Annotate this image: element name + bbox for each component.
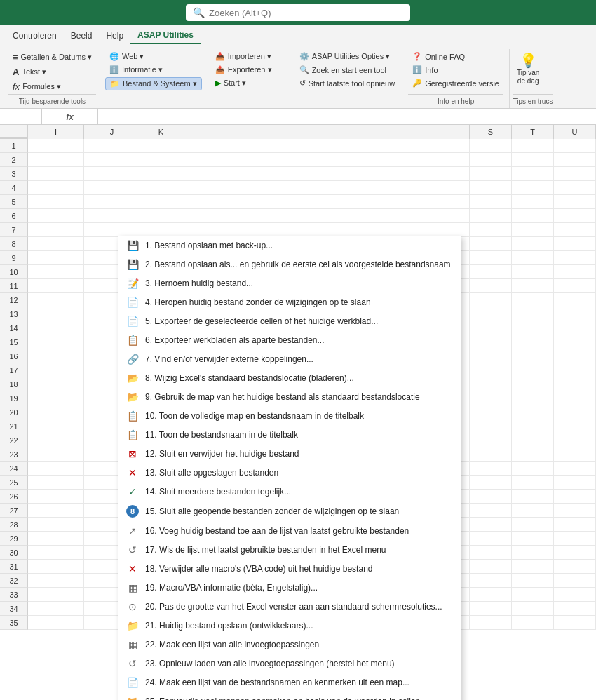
list-item[interactable]: 📂 8. Wijzig Excel's standaard bestandslo… — [118, 369, 461, 388]
cell-u25[interactable] — [554, 476, 596, 490]
cell-s16[interactable] — [470, 349, 512, 363]
cell-t1[interactable] — [512, 139, 554, 153]
cell-s31[interactable] — [470, 560, 512, 574]
start-opnieuw-btn[interactable]: ↺ Start laatste tool opnieuw — [295, 77, 400, 89]
cell-t6[interactable] — [512, 209, 554, 223]
cell-s33[interactable] — [470, 588, 512, 602]
cell-i6[interactable] — [28, 209, 84, 223]
cell-s7[interactable] — [470, 223, 512, 237]
exporteren-btn[interactable]: 📤 Exporteren ▾ — [211, 64, 276, 76]
cell-u8[interactable] — [554, 237, 596, 251]
cell-s5[interactable] — [470, 195, 512, 209]
cell-u31[interactable] — [554, 560, 596, 574]
cell-t27[interactable] — [512, 504, 554, 518]
cell-t31[interactable] — [512, 560, 554, 574]
cell-mid6[interactable] — [182, 209, 470, 223]
cell-k2[interactable] — [140, 153, 182, 167]
cell-i8[interactable] — [28, 237, 84, 251]
cell-i27[interactable] — [28, 504, 84, 518]
cell-t24[interactable] — [512, 462, 554, 476]
cell-i20[interactable] — [28, 405, 84, 419]
cell-t15[interactable] — [512, 335, 554, 349]
menu-controleren[interactable]: Controleren — [6, 28, 64, 43]
cell-u5[interactable] — [554, 195, 596, 209]
cell-s20[interactable] — [470, 405, 512, 419]
cell-s12[interactable] — [470, 293, 512, 307]
list-item[interactable]: ✓ 14. Sluit meerdere bestanden tegelijk.… — [118, 483, 461, 502]
cell-t5[interactable] — [512, 195, 554, 209]
list-item[interactable]: ✕ 13. Sluit alle opgeslagen bestanden — [118, 464, 461, 483]
cell-u4[interactable] — [554, 181, 596, 195]
cell-j1[interactable] — [84, 139, 140, 153]
cell-u24[interactable] — [554, 462, 596, 476]
cell-s32[interactable] — [470, 574, 512, 588]
list-item[interactable]: 📂 9. Gebruik de map van het huidige best… — [118, 388, 461, 407]
menu-asap[interactable]: ASAP Utilities — [130, 27, 201, 44]
cell-u18[interactable] — [554, 377, 596, 391]
list-item[interactable]: 📄 5. Exporteer de geselecteerde cellen o… — [118, 312, 461, 331]
cell-j5[interactable] — [84, 195, 140, 209]
start-btn[interactable]: ▶ Start ▾ — [211, 77, 276, 89]
cell-s2[interactable] — [470, 153, 512, 167]
cell-u17[interactable] — [554, 363, 596, 377]
cell-i21[interactable] — [28, 419, 84, 433]
cell-u2[interactable] — [554, 153, 596, 167]
cell-k3[interactable] — [140, 167, 182, 181]
cell-t7[interactable] — [512, 223, 554, 237]
search-input[interactable] — [209, 8, 403, 18]
informatie-btn[interactable]: ℹ️ Informatie ▾ — [105, 64, 202, 76]
menu-beeld[interactable]: Beeld — [64, 28, 100, 43]
list-item[interactable]: ⊙ 20. Pas de grootte van het Excel venst… — [118, 598, 461, 617]
list-item[interactable]: ▦ 19. Macro/VBA informatie (bèta, Engels… — [118, 579, 461, 598]
cell-s28[interactable] — [470, 518, 512, 532]
cell-u19[interactable] — [554, 391, 596, 405]
cell-j4[interactable] — [84, 181, 140, 195]
asap-opties-btn[interactable]: ⚙️ ASAP Utilities Opties ▾ — [295, 51, 400, 62]
tekst-btn[interactable]: A Tekst ▾ — [8, 65, 96, 79]
cell-t10[interactable] — [512, 265, 554, 279]
cell-u26[interactable] — [554, 490, 596, 504]
cell-s8[interactable] — [470, 237, 512, 251]
cell-u33[interactable] — [554, 588, 596, 602]
cell-s26[interactable] — [470, 490, 512, 504]
cell-s13[interactable] — [470, 307, 512, 321]
zoek-tool-btn[interactable]: 🔍 Zoek en start een tool — [295, 64, 400, 76]
cell-t12[interactable] — [512, 293, 554, 307]
cell-s22[interactable] — [470, 433, 512, 447]
cell-k1[interactable] — [140, 139, 182, 153]
cell-u35[interactable] — [554, 616, 596, 630]
cell-i4[interactable] — [28, 181, 84, 195]
cell-i18[interactable] — [28, 377, 84, 391]
cell-t3[interactable] — [512, 167, 554, 181]
cell-t26[interactable] — [512, 490, 554, 504]
cell-s29[interactable] — [470, 532, 512, 546]
cell-i28[interactable] — [28, 518, 84, 532]
cell-i3[interactable] — [28, 167, 84, 181]
cell-i2[interactable] — [28, 153, 84, 167]
cell-u1[interactable] — [554, 139, 596, 153]
cell-u30[interactable] — [554, 546, 596, 560]
cell-u28[interactable] — [554, 518, 596, 532]
cell-u21[interactable] — [554, 419, 596, 433]
list-item[interactable]: 📁 21. Huidig bestand opslaan (ontwikkela… — [118, 617, 461, 635]
cell-i30[interactable] — [28, 546, 84, 560]
cell-t14[interactable] — [512, 321, 554, 335]
cell-i23[interactable] — [28, 447, 84, 462]
cell-s14[interactable] — [470, 321, 512, 335]
search-wrapper[interactable]: 🔍 — [186, 4, 410, 21]
cell-t19[interactable] — [512, 391, 554, 405]
cell-mid1[interactable] — [182, 139, 470, 153]
cell-u13[interactable] — [554, 307, 596, 321]
cell-i31[interactable] — [28, 560, 84, 574]
cell-mid4[interactable] — [182, 181, 470, 195]
cell-s35[interactable] — [470, 616, 512, 630]
cell-s19[interactable] — [470, 391, 512, 405]
formules-btn[interactable]: fx Formules ▾ — [8, 80, 96, 93]
cell-s4[interactable] — [470, 181, 512, 195]
cell-s11[interactable] — [470, 279, 512, 293]
list-item[interactable]: 📋 10. Toon de volledige map en bestandsn… — [118, 407, 461, 426]
cell-i32[interactable] — [28, 574, 84, 588]
cell-t17[interactable] — [512, 363, 554, 377]
list-item[interactable]: 📄 4. Heropen huidig bestand zonder de wi… — [118, 293, 461, 312]
list-item[interactable]: 8 15. Sluit alle geopende bestanden zond… — [118, 502, 461, 522]
